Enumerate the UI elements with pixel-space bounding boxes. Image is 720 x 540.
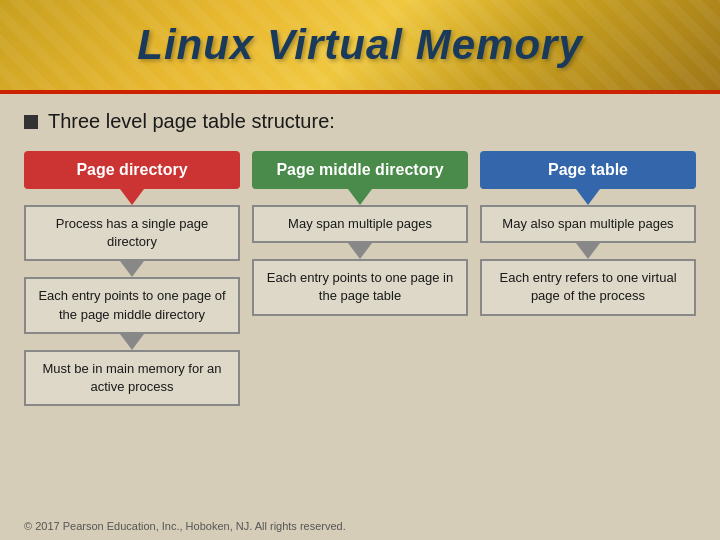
footer-text: © 2017 Pearson Education, Inc., Hoboken,… [24, 520, 346, 532]
page-table-header: Page table [480, 151, 696, 189]
content-area: Three level page table structure: Page d… [0, 94, 720, 416]
header-title: Linux Virtual Memory [137, 21, 583, 69]
column-page-directory: Page directory Process has a single page… [24, 151, 240, 406]
connector-4 [576, 243, 600, 259]
page-table-info-2: Each entry refers to one virtual page of… [480, 259, 696, 315]
page-middle-directory-header: Page middle directory [252, 151, 468, 189]
column-page-middle-directory: Page middle directory May span multiple … [252, 151, 468, 316]
arrow-3 [576, 189, 600, 205]
connector-3 [348, 243, 372, 259]
page-directory-header: Page directory [24, 151, 240, 189]
page-directory-info-1: Process has a single page directory [24, 205, 240, 261]
page-middle-directory-info-1: May span multiple pages [252, 205, 468, 243]
header-banner: Linux Virtual Memory [0, 0, 720, 90]
bullet-icon [24, 115, 38, 129]
page-directory-info-2: Each entry points to one page of the pag… [24, 277, 240, 333]
columns-container: Page directory Process has a single page… [24, 151, 696, 406]
slide: Linux Virtual Memory Three level page ta… [0, 0, 720, 540]
subtitle-text: Three level page table structure: [48, 110, 335, 133]
page-middle-directory-info-2: Each entry points to one page in the pag… [252, 259, 468, 315]
page-directory-info-3: Must be in main memory for an active pro… [24, 350, 240, 406]
arrow-2 [348, 189, 372, 205]
column-page-table: Page table May also span multiple pages … [480, 151, 696, 316]
connector-1 [120, 261, 144, 277]
page-table-info-1: May also span multiple pages [480, 205, 696, 243]
connector-2 [120, 334, 144, 350]
arrow-1 [120, 189, 144, 205]
subtitle: Three level page table structure: [24, 110, 696, 133]
